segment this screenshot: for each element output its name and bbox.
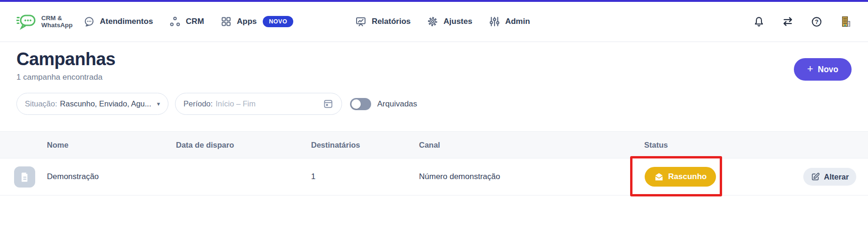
table-header-row: Nome Data de disparo Destinatários Canal… (0, 131, 868, 158)
chat-bubble-logo-icon (16, 12, 37, 31)
menu-item-admin[interactable]: Admin (489, 16, 530, 27)
page-title: Campanhas (16, 49, 115, 69)
status-badge: Rascunho (645, 167, 716, 187)
column-header-nome: Nome (47, 132, 69, 158)
situacao-label: Situação: (25, 99, 57, 108)
periodo-date-filter[interactable]: Período: Início – Fim (175, 93, 342, 115)
help-icon[interactable]: ? (811, 16, 822, 28)
campaign-avatar (14, 166, 35, 188)
chevron-down-icon: ▾ (157, 100, 160, 107)
grid-icon (221, 16, 232, 27)
filters-bar: Situação: Rascunho, Enviado, Agu... ▾ Pe… (16, 93, 417, 115)
chat-icon (84, 16, 95, 27)
brand-name: CRM & WhatsApp (41, 15, 73, 29)
new-campaign-label: Novo (818, 65, 838, 75)
menu-item-atendimentos[interactable]: Atendimentos (84, 16, 153, 27)
results-count: 1 campanha encontrada (16, 73, 102, 82)
new-campaign-button[interactable]: + Novo (794, 58, 852, 81)
situacao-value: Rascunho, Enviado, Agu... (60, 99, 151, 108)
cell-nome: Demonstração (47, 158, 99, 195)
column-header-status: Status (644, 132, 668, 158)
periodo-placeholder: Início – Fim (215, 99, 255, 108)
cell-canal: Número demonstração (419, 158, 500, 195)
sliders-icon (489, 16, 500, 27)
edit-campaign-button[interactable]: Alterar (803, 168, 856, 186)
novo-badge: NOVO (263, 16, 293, 27)
menu-label: Atendimentos (100, 17, 153, 26)
menu-label: CRM (186, 17, 204, 26)
gear-icon (427, 16, 438, 27)
menu-label: Apps (237, 17, 257, 26)
transfer-arrows-icon[interactable] (782, 15, 794, 28)
brand-logo[interactable]: CRM & WhatsApp (16, 12, 73, 31)
menu-item-relatorios[interactable]: Relatórios (355, 16, 411, 27)
menu-label: Ajustes (443, 17, 472, 26)
menu-item-apps[interactable]: Apps NOVO (221, 16, 293, 27)
situacao-filter-dropdown[interactable]: Situação: Rascunho, Enviado, Agu... ▾ (16, 93, 168, 115)
plus-icon: + (807, 64, 813, 74)
svg-text:?: ? (815, 18, 819, 25)
app-window: CRM & WhatsApp Atendimentos (0, 0, 868, 248)
presentation-chart-icon (355, 16, 366, 27)
document-icon (19, 171, 31, 183)
column-header-canal: Canal (419, 132, 440, 158)
menu-label: Relatórios (372, 17, 411, 26)
column-header-destinatarios: Destinatários (311, 132, 360, 158)
column-header-data-disparo: Data de disparo (176, 132, 234, 158)
navbar-right: ? (753, 15, 852, 28)
arquivadas-toggle[interactable] (350, 98, 371, 110)
open-envelope-icon (654, 172, 664, 182)
table-row[interactable]: Demonstração 1 Número demonstração Rascu… (0, 158, 868, 195)
edit-pencil-icon (811, 172, 820, 181)
toggle-knob (351, 99, 361, 109)
cell-destinatarios: 1 (311, 158, 315, 195)
bell-icon[interactable] (753, 16, 765, 28)
arquivadas-toggle-group: Arquivadas (350, 98, 417, 110)
menu-label: Admin (505, 17, 530, 26)
edit-campaign-label: Alterar (824, 173, 849, 181)
navbar: CRM & WhatsApp Atendimentos (0, 2, 868, 42)
company-building-icon[interactable] (839, 15, 852, 28)
status-label: Rascunho (668, 172, 707, 181)
arquivadas-label: Arquivadas (377, 99, 417, 109)
menu-item-ajustes[interactable]: Ajustes (427, 16, 472, 27)
calendar-icon (323, 98, 334, 109)
org-circles-icon (169, 16, 181, 27)
menu-item-crm[interactable]: CRM (169, 16, 204, 27)
periodo-label: Período: (183, 99, 213, 108)
main-menu: Atendimentos CRM (84, 16, 530, 27)
